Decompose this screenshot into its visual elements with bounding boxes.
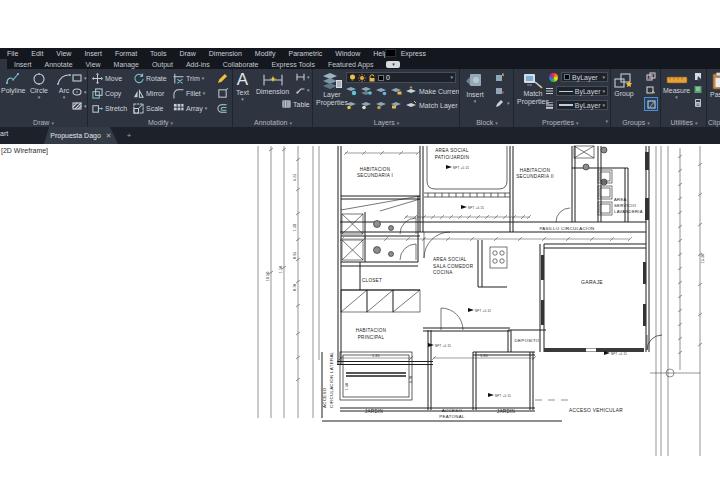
panel-label-modify[interactable]: Modify ▾ <box>89 119 232 126</box>
layer-lock-button-icon[interactable] <box>391 86 402 96</box>
write-block-button[interactable] <box>495 86 505 95</box>
layer-thaw-icon[interactable] <box>376 100 387 110</box>
match-layer-button[interactable]: Match Layer <box>406 100 458 110</box>
tab-home-partial[interactable] <box>0 59 7 69</box>
viewport-control-label[interactable]: [2D Wireframe] <box>1 147 48 154</box>
leader-button[interactable]: ▾ <box>296 86 310 94</box>
tab-annotate[interactable]: Annotate <box>45 61 73 68</box>
tab-collaborate[interactable]: Collaborate <box>223 61 259 68</box>
rectangle-icon <box>72 74 82 82</box>
menu-edit[interactable]: Edit <box>31 50 43 57</box>
quick-select-button[interactable] <box>693 72 703 81</box>
copy-button[interactable]: Copy <box>92 88 121 99</box>
polyline-button[interactable]: Polyline <box>1 72 26 94</box>
circle-button[interactable]: Circle ▾ <box>30 72 48 100</box>
npt-label: NPT +0.15 <box>453 166 469 170</box>
text-button[interactable]: A Text ▾ <box>236 71 249 102</box>
panel-label-groups[interactable]: Groups ▾ <box>612 119 660 126</box>
room-label: JARDIN <box>497 409 515 414</box>
panel-label-utilities[interactable]: Utilities ▾ <box>662 119 706 126</box>
tab-manage[interactable]: Manage <box>114 61 139 68</box>
stretch-icon <box>92 103 103 114</box>
menu-parametric[interactable]: Parametric <box>288 50 322 57</box>
menu-window[interactable]: Window <box>335 50 360 57</box>
create-block-button[interactable] <box>495 73 505 82</box>
menu-tools[interactable]: Tools <box>150 50 166 57</box>
menu-insert[interactable]: Insert <box>84 50 102 57</box>
block-editor-button[interactable]: ▾ <box>495 99 510 108</box>
scale-button[interactable]: Scale <box>133 103 164 114</box>
stretch-button[interactable]: Stretch <box>92 103 127 114</box>
tab-insert[interactable]: Insert <box>14 61 32 68</box>
ribbon-options-button[interactable]: ▾ <box>386 61 400 68</box>
panel-label-properties[interactable]: Properties ▾▾ <box>515 119 610 126</box>
paste-button[interactable]: Paste <box>710 72 720 98</box>
mirror-button[interactable]: Mirror <box>133 88 164 99</box>
file-tab-start-partial[interactable]: art <box>0 130 8 137</box>
panel-label-clipboard[interactable]: Clipboard <box>708 119 720 126</box>
menu-modify[interactable]: Modify <box>255 50 276 57</box>
tab-express-tools[interactable]: Express Tools <box>271 61 314 68</box>
layer-freeze-button-icon[interactable] <box>376 86 387 96</box>
tab-featured-apps[interactable]: Featured Apps <box>328 61 374 68</box>
trim-button[interactable]: Trim▾ <box>173 73 204 84</box>
group-edit-icon <box>646 85 656 94</box>
rotate-icon <box>133 73 144 84</box>
table-button[interactable]: Table <box>282 100 310 108</box>
menu-format[interactable]: Format <box>115 50 137 57</box>
drawing-canvas[interactable]: [2D Wireframe] <box>0 144 720 480</box>
panel-label-draw[interactable]: Draw ▾ <box>0 119 87 126</box>
lineweight-dropdown[interactable]: ByLayer▾ <box>556 100 608 110</box>
linetype-dropdown[interactable]: ByLayer▾ <box>556 86 608 96</box>
move-button[interactable]: Move <box>92 73 122 84</box>
menu-file[interactable]: File <box>7 50 18 57</box>
arc-button[interactable]: Arc ▾ <box>56 72 72 100</box>
panel-label-annotation[interactable]: Annotation ▾ <box>234 119 312 126</box>
menu-dimension[interactable]: Dimension <box>209 50 242 57</box>
tab-output[interactable]: Output <box>152 61 173 68</box>
new-drawing-tab-button[interactable]: + <box>124 131 134 141</box>
id-point-button[interactable] <box>694 98 702 108</box>
layer-off-icon[interactable] <box>346 100 357 110</box>
layer-unisolate-icon[interactable] <box>361 86 372 96</box>
polyline-icon <box>5 72 21 86</box>
file-tab-active[interactable]: Propuesta Dago ✕ <box>44 127 118 144</box>
rotate-button[interactable]: Rotate <box>133 73 167 84</box>
group-button[interactable]: Group <box>614 73 634 97</box>
array-button[interactable]: Array▾ <box>173 103 207 114</box>
layer-dropdown[interactable]: 0 ▾ <box>346 72 456 83</box>
tab-add-ins[interactable]: Add-ins <box>186 61 210 68</box>
dimension-style-button[interactable]: ▾ <box>296 73 310 81</box>
layer-on-all-icon[interactable] <box>361 100 372 110</box>
quick-calc-button[interactable] <box>693 85 703 94</box>
panel-label-layers[interactable]: Layers ▾ <box>314 119 459 126</box>
menu-express[interactable]: Express <box>401 50 426 57</box>
rectangle-button[interactable]: ▾ <box>72 74 87 82</box>
color-dropdown[interactable]: ByLayer▾ <box>561 72 608 82</box>
tab-view[interactable]: View <box>86 61 101 68</box>
erase-button[interactable] <box>217 73 228 84</box>
layer-dropdown-arrow[interactable]: ▾ <box>450 75 453 80</box>
dimension-button[interactable]: Dimension <box>256 73 289 95</box>
offset-button[interactable] <box>217 103 228 114</box>
ellipse-button[interactable]: ▾ <box>72 88 87 96</box>
layer-properties-button[interactable]: Layer Properties <box>316 72 348 107</box>
ungroup-button[interactable] <box>646 72 656 81</box>
hatch-button[interactable]: ▾ <box>72 102 87 110</box>
file-tab-close-icon[interactable]: ✕ <box>106 132 112 140</box>
group-edit-button[interactable] <box>646 85 656 94</box>
insert-button[interactable]: Insert ▾ <box>465 72 485 104</box>
layer-unlock-all-icon[interactable] <box>391 100 402 110</box>
make-current-button[interactable]: Make Current <box>406 86 460 96</box>
measure-button[interactable]: Measure ▾ <box>663 74 690 100</box>
menu-draw[interactable]: Draw <box>179 50 195 57</box>
menu-view[interactable]: View <box>56 50 71 57</box>
properties-dialog-launcher[interactable]: ▾ <box>605 119 608 124</box>
room-label: PATIO/JARDIN <box>435 155 470 160</box>
layer-isolate-icon[interactable] <box>346 86 357 96</box>
group-selection-toggle[interactable] <box>645 98 657 110</box>
panel-label-block[interactable]: Block ▾ <box>461 119 513 126</box>
fillet-button[interactable]: Fillet▾ <box>173 88 205 99</box>
room-label: PEATONAL <box>439 414 465 419</box>
explode-button[interactable] <box>217 88 228 99</box>
